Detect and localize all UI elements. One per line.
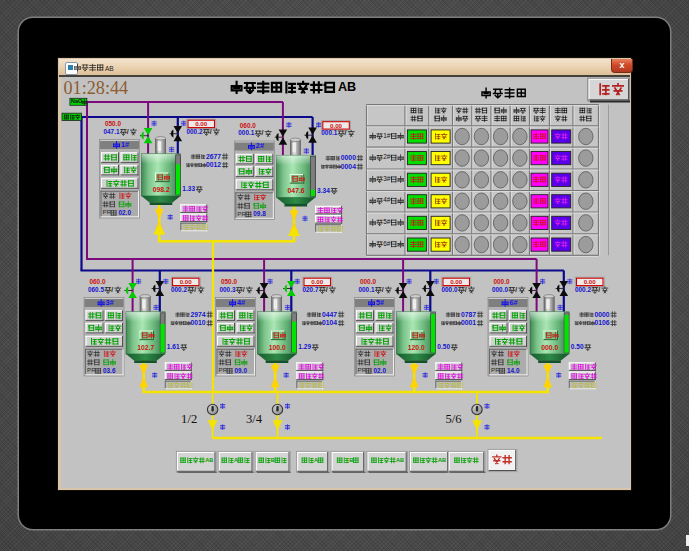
- svg-text:1.61: 1.61: [167, 343, 180, 350]
- svg-text:PR: PR: [219, 366, 228, 373]
- svg-text:/: /: [127, 128, 129, 135]
- svg-text:3/4: 3/4: [246, 412, 263, 426]
- svg-text:047.6: 047.6: [288, 187, 305, 194]
- svg-text:4#: 4#: [383, 196, 391, 203]
- svg-text:050.0: 050.0: [221, 278, 237, 285]
- svg-text:/: /: [515, 286, 517, 293]
- svg-text:3.34: 3.34: [317, 187, 330, 194]
- svg-text:0104: 0104: [322, 319, 337, 326]
- svg-text:1.29: 1.29: [298, 343, 311, 350]
- svg-text:000.0: 000.0: [494, 278, 510, 285]
- svg-text:/: /: [326, 286, 328, 293]
- svg-text:0.00: 0.00: [330, 122, 343, 129]
- svg-text:098.2: 098.2: [153, 186, 170, 193]
- svg-text:5#: 5#: [383, 218, 391, 225]
- svg-text:2677: 2677: [206, 153, 221, 160]
- svg-text:000.0: 000.0: [360, 278, 376, 285]
- svg-text:5/6: 5/6: [446, 412, 462, 426]
- svg-text:0001: 0001: [461, 319, 476, 326]
- svg-text:0000: 0000: [341, 154, 356, 161]
- svg-text:000.0: 000.0: [541, 344, 558, 351]
- svg-text:0010: 0010: [191, 319, 206, 326]
- svg-text:0.00: 0.00: [180, 278, 193, 285]
- svg-text:0.00: 0.00: [450, 278, 463, 285]
- svg-text:3#: 3#: [383, 175, 391, 182]
- svg-text:000.2: 000.2: [171, 286, 187, 293]
- svg-text:2#: 2#: [383, 153, 391, 160]
- svg-text:000.0: 000.0: [442, 286, 458, 293]
- svg-text:4#: 4#: [237, 298, 245, 307]
- svg-text:000.1: 000.1: [359, 286, 375, 293]
- svg-text:02.0: 02.0: [374, 367, 387, 374]
- svg-text:14.0: 14.0: [507, 367, 520, 374]
- svg-text:0000: 0000: [595, 311, 610, 318]
- svg-text:000.1: 000.1: [238, 129, 254, 136]
- svg-text:6#: 6#: [510, 298, 518, 307]
- svg-text:B: B: [349, 457, 353, 463]
- svg-text:000.3: 000.3: [220, 286, 236, 293]
- svg-text:000.2: 000.2: [575, 286, 591, 293]
- svg-text:0012: 0012: [206, 161, 221, 168]
- svg-text:09.8: 09.8: [253, 210, 266, 217]
- svg-text:/: /: [382, 286, 384, 293]
- svg-text:0.50: 0.50: [571, 343, 584, 350]
- svg-text:/: /: [111, 286, 113, 293]
- svg-text:102.7: 102.7: [137, 344, 154, 351]
- svg-text:060.0: 060.0: [90, 278, 106, 285]
- svg-text:AB: AB: [396, 457, 404, 463]
- svg-text:/: /: [194, 286, 196, 293]
- svg-text:1#: 1#: [383, 132, 391, 139]
- svg-text:/: /: [210, 128, 212, 135]
- svg-text:0.00: 0.00: [311, 278, 324, 285]
- svg-text:PR: PR: [358, 366, 367, 373]
- svg-text:/: /: [345, 129, 347, 136]
- svg-text:000.2: 000.2: [187, 128, 203, 135]
- svg-text:09.0: 09.0: [235, 367, 248, 374]
- svg-text:020.7: 020.7: [303, 286, 319, 293]
- svg-text:5#: 5#: [376, 298, 384, 307]
- svg-text:0106: 0106: [595, 319, 610, 326]
- svg-text:PR: PR: [237, 210, 246, 217]
- svg-text:A: A: [234, 457, 238, 463]
- svg-text:1.33: 1.33: [182, 185, 195, 192]
- svg-text:PR: PR: [491, 366, 500, 373]
- svg-text:100.0: 100.0: [269, 344, 286, 351]
- svg-text:120.0: 120.0: [408, 344, 425, 351]
- svg-text:PR: PR: [103, 208, 112, 215]
- svg-text:2974: 2974: [191, 311, 206, 318]
- svg-text:AB: AB: [438, 457, 446, 463]
- svg-text:/: /: [598, 286, 600, 293]
- svg-text:1#: 1#: [121, 140, 129, 149]
- svg-text:3#: 3#: [106, 298, 114, 307]
- svg-text:AB: AB: [205, 457, 213, 463]
- svg-text:AB: AB: [338, 80, 356, 94]
- svg-text:060.0: 060.0: [240, 122, 256, 129]
- svg-text:/: /: [243, 286, 245, 293]
- svg-text:6#: 6#: [383, 240, 391, 247]
- svg-text:A: A: [314, 457, 318, 463]
- svg-text:0.00: 0.00: [195, 120, 208, 127]
- svg-text:050.0: 050.0: [105, 120, 121, 127]
- svg-text:2#: 2#: [256, 141, 264, 150]
- svg-text:01:28:44: 01:28:44: [64, 78, 129, 98]
- svg-text:060.5: 060.5: [88, 286, 104, 293]
- svg-text:0447: 0447: [322, 311, 337, 318]
- svg-text:0.00: 0.00: [584, 278, 597, 285]
- svg-text:0004: 0004: [341, 163, 356, 170]
- svg-text:0787: 0787: [461, 311, 476, 318]
- svg-text:047.1: 047.1: [104, 128, 120, 135]
- svg-text:03.6: 03.6: [103, 367, 116, 374]
- svg-text:NaO: NaO: [71, 98, 82, 104]
- svg-text:0.50: 0.50: [437, 343, 450, 350]
- svg-text:000.0: 000.0: [492, 286, 508, 293]
- svg-text:02.0: 02.0: [119, 209, 132, 216]
- svg-text:1/2: 1/2: [181, 412, 197, 426]
- svg-text:B: B: [271, 457, 275, 463]
- svg-text:000.1: 000.1: [321, 129, 337, 136]
- svg-text:PR: PR: [87, 366, 96, 373]
- svg-text:/: /: [262, 129, 264, 136]
- svg-text:/: /: [465, 286, 467, 293]
